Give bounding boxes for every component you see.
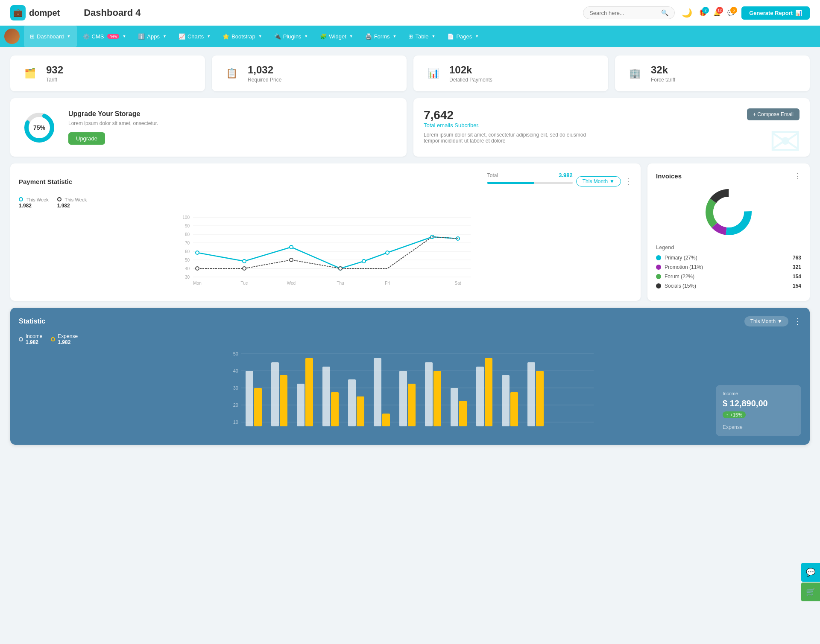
chevron-down-icon-cms: ▼ [122, 34, 126, 38]
search-box[interactable]: 🔍 [583, 6, 675, 19]
upgrade-button[interactable]: Upgrade [68, 132, 105, 145]
payment-more-options[interactable]: ⋮ [624, 178, 632, 185]
chevron-down-icon-charts: ▼ [207, 34, 211, 38]
svg-rect-62 [382, 414, 390, 426]
user-avatar [4, 29, 20, 44]
force-tariff-label: Force tariff [651, 77, 675, 83]
payment-line-chart: 100 90 80 70 60 50 40 30 [19, 213, 632, 286]
expense-panel-label: Expense [723, 424, 794, 430]
legend-circle-primary [656, 255, 661, 260]
payments-info: 102k Detalled Payments [449, 64, 492, 83]
statistic-filter-button[interactable]: This Month ▼ [744, 316, 788, 326]
payment-filter-button[interactable]: This Month ▼ [576, 176, 621, 186]
statistic-more-options[interactable]: ⋮ [794, 318, 801, 325]
required-price-value: 1,032 [248, 64, 281, 76]
gift-icon-wrapper[interactable]: 🎁 2 [699, 9, 706, 16]
compose-email-button[interactable]: + Compose Email [747, 108, 800, 120]
legend-title: Legend [656, 245, 801, 251]
required-price-icon: 📋 [222, 64, 241, 83]
chevron-down-icon-filter: ▼ [609, 178, 615, 184]
chart-icon: 📊 [795, 10, 802, 16]
chat-icon-wrapper[interactable]: 💬 5 [727, 9, 735, 16]
plugins-icon: 🔌 [274, 33, 281, 40]
payments-value: 102k [449, 64, 492, 76]
svg-rect-72 [510, 392, 518, 426]
statistic-title: Statistic [19, 318, 45, 325]
svg-text:Tue: Tue [241, 281, 248, 286]
logo-icon: 💼 [10, 5, 26, 20]
svg-rect-60 [357, 396, 364, 426]
nav-item-bootstrap[interactable]: ⭐ Bootstrap ▼ [217, 26, 268, 47]
nav-item-forms[interactable]: 🖨️ Forms ▼ [359, 26, 403, 47]
legend-val-1: 1.982 [19, 203, 49, 209]
page-title: Dashboard 4 [84, 7, 141, 18]
invoices-title: Invoices [656, 172, 682, 180]
svg-point-19 [243, 259, 246, 263]
svg-rect-64 [408, 384, 416, 426]
header: 💼 dompet Dashboard 4 🔍 🌙 🎁 2 🔔 12 💬 5 Ge… [0, 0, 820, 26]
chevron-down-icon-forms: ▼ [393, 34, 397, 38]
legend-num-promotion: 321 [793, 264, 801, 270]
invoices-legend: Legend Primary (27%) 763 Promotion (11%)… [656, 245, 801, 289]
legend-item-2: This Week 1.982 [57, 196, 87, 209]
tariff-value: 932 [46, 64, 63, 76]
search-icon[interactable]: 🔍 [661, 9, 668, 16]
theme-toggle[interactable]: 🌙 [682, 8, 692, 18]
chevron-down-icon-widget: ▼ [349, 34, 353, 38]
nav-item-widget[interactable]: 🧩 Widget ▼ [314, 26, 359, 47]
legend-text-primary: Primary (27%) [665, 255, 697, 261]
legend-label-1: This Week [26, 197, 49, 202]
bootstrap-icon: ⭐ [223, 33, 229, 40]
chevron-down-icon-pages: ▼ [475, 34, 479, 38]
bell-icon-wrapper[interactable]: 🔔 12 [713, 9, 720, 16]
nav-item-charts[interactable]: 📈 Charts ▼ [173, 26, 217, 47]
nav-item-cms[interactable]: ⚙️ CMS New ▼ [77, 26, 132, 47]
tariff-info: 932 Tariff [46, 64, 63, 83]
cms-icon: ⚙️ [83, 33, 90, 40]
bell-badge: 12 [716, 7, 723, 14]
nav-item-apps[interactable]: ℹ️ Apps ▼ [132, 26, 173, 47]
nav-item-pages[interactable]: 📄 Pages ▼ [441, 26, 485, 47]
logo-text: dompet [29, 8, 60, 18]
svg-point-26 [196, 267, 199, 270]
svg-rect-63 [399, 371, 407, 426]
svg-point-22 [362, 259, 366, 263]
payment-chart-title: Payment Statistic [19, 178, 72, 185]
row2-grid: 75% Upgrade Your Storage Lorem ipsum dol… [10, 98, 810, 157]
svg-rect-69 [476, 367, 484, 426]
chevron-down-icon-plugins: ▼ [304, 34, 308, 38]
svg-text:Sat: Sat [454, 281, 461, 286]
nav-label-forms: Forms [374, 33, 390, 40]
nav-label-charts: Charts [187, 33, 204, 40]
nav-item-table[interactable]: ⊞ Table ▼ [402, 26, 441, 47]
invoices-card: Invoices ⋮ Legend [647, 163, 810, 301]
chevron-down-icon-table: ▼ [432, 34, 436, 38]
up-icon: ↑ [726, 412, 729, 417]
pages-icon: 📄 [447, 33, 454, 40]
email-count-wrap: 7,642 Total emails Subcriber. Lorem ipsu… [424, 108, 603, 144]
legend-text-socials: Socials (15%) [665, 283, 696, 289]
nav-item-plugins[interactable]: 🔌 Plugins ▼ [268, 26, 314, 47]
generate-report-button[interactable]: Generate Report 📊 [741, 6, 810, 20]
svg-rect-51 [246, 371, 253, 426]
tariff-icon: 🗂️ [20, 64, 39, 83]
nav-label-dashboard: Dashboard [37, 33, 64, 40]
email-top-bar: 7,642 Total emails Subcriber. Lorem ipsu… [424, 108, 800, 144]
income-badge-text: +15% [730, 412, 742, 417]
stat-legend-income: Income 1.982 [19, 333, 42, 345]
search-input[interactable] [589, 10, 658, 16]
expense-label: Expense [58, 333, 78, 339]
svg-text:50: 50 [233, 351, 238, 356]
svg-text:Fri: Fri [385, 281, 390, 286]
nav-item-dashboard[interactable]: ⊞ Dashboard ▼ [24, 26, 77, 47]
legend-dot-2 [57, 197, 62, 201]
legend-circle-socials [656, 283, 661, 288]
svg-rect-59 [348, 379, 356, 426]
forms-icon: 🖨️ [365, 33, 372, 40]
stat-card-required-price: 📋 1,032 Required Price [212, 55, 407, 91]
svg-text:40: 40 [233, 368, 238, 373]
generate-report-label: Generate Report [749, 10, 793, 16]
header-right: 🔍 🌙 🎁 2 🔔 12 💬 5 Generate Report 📊 [583, 6, 810, 20]
invoices-more-options[interactable]: ⋮ [794, 172, 801, 180]
income-badge: ↑ +15% [723, 411, 746, 418]
